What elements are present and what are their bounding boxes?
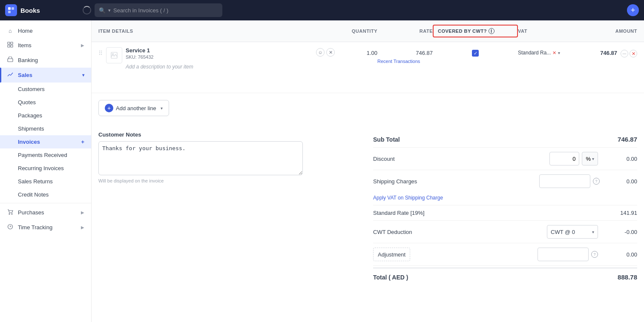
vat-dropdown-icon[interactable]: ▾ (558, 51, 560, 55)
sidebar-item-label: Banking (18, 57, 38, 63)
svg-rect-2 (8, 11, 11, 13)
credit-notes-label: Credit Notes (18, 191, 49, 198)
search-dropdown-arrow[interactable]: ▾ (108, 8, 111, 13)
sub-total-row: Sub Total 746.87 (373, 131, 637, 148)
sidebar-item-purchases[interactable]: Purchases ▶ (0, 205, 91, 220)
discount-type-button[interactable]: % ▾ (582, 152, 598, 165)
svg-rect-3 (8, 42, 10, 44)
customers-label: Customers (18, 86, 45, 92)
notes-hint: Will be displayed on the invoice (98, 178, 373, 183)
svg-point-8 (9, 214, 10, 214)
sidebar-sub-packages[interactable]: Packages (0, 109, 91, 122)
purchases-label: Purchases (18, 209, 44, 216)
adjustment-input[interactable] (538, 248, 589, 261)
quantity-value: 1.00 (367, 50, 377, 56)
item-row-actions: ☺ ✕ (316, 48, 335, 57)
adj-question-mark: ? (593, 252, 595, 256)
sidebar-sub-credit-notes[interactable]: Credit Notes (0, 188, 91, 201)
adjustment-label-area: Adjustment (373, 248, 532, 261)
discount-input[interactable] (549, 152, 579, 165)
adjustment-label-button[interactable]: Adjustment (373, 248, 410, 261)
th-item-details: ITEM DETAILS (98, 28, 335, 34)
sidebar-sub-shipments[interactable]: Shipments (0, 122, 91, 135)
item-close-button[interactable]: ✕ (326, 48, 335, 57)
drag-handle-icon[interactable]: ⠿ (98, 50, 103, 57)
amount-dots-button[interactable]: ··· (621, 50, 628, 57)
item-details-cell: ⠿ Service 1 SKU: 765432 Add a descriptio… (98, 47, 335, 70)
invoices-add-badge[interactable]: + (81, 139, 84, 145)
sidebar-item-home[interactable]: ⌂ Home (0, 24, 91, 38)
sidebar-sub-invoices[interactable]: Invoices + (0, 135, 91, 148)
loader-icon (83, 6, 91, 14)
content-area: ITEM DETAILS QUANTITY RATE COVERED BY CW… (92, 20, 644, 322)
cwt-deduction-value: -0.00 (603, 229, 637, 235)
sidebar-item-label: Home (18, 28, 33, 34)
svg-point-9 (12, 214, 12, 214)
info-letter: i (491, 28, 492, 34)
item-smile-button[interactable]: ☺ (316, 48, 325, 57)
adjustment-value: 0.00 (603, 251, 637, 258)
vat-label: Standard Ra... (518, 50, 551, 56)
recent-transactions-link[interactable]: Recent Transactions (377, 59, 433, 64)
sidebar-sub-payments-received[interactable]: Payments Received (0, 148, 91, 162)
customer-notes-label: Customer Notes (98, 131, 373, 138)
apply-vat-link[interactable]: Apply VAT on Shipping Charge (373, 195, 443, 201)
discount-row: Discount % ▾ 0.00 (373, 148, 637, 170)
sales-arrow-icon: ▾ (82, 73, 84, 77)
item-description-placeholder[interactable]: Add a description to your item (126, 64, 313, 70)
table-header-row: ITEM DETAILS QUANTITY RATE COVERED BY CW… (92, 20, 644, 42)
items-arrow-icon: ▶ (81, 43, 84, 48)
svg-rect-0 (8, 7, 11, 10)
payments-received-label: Payments Received (18, 152, 67, 158)
adjustment-info-icon[interactable]: ? (591, 251, 598, 258)
add-another-line-button[interactable]: + Add another line ▾ (98, 100, 169, 116)
th-amount: AMOUNT (586, 28, 637, 34)
svg-rect-5 (8, 45, 10, 47)
adjustment-row: Adjustment ? 0.00 (373, 243, 637, 266)
customer-notes-input[interactable]: Thanks for your business. (98, 141, 303, 175)
shipping-input-group: ? (539, 174, 600, 188)
recent-transactions-link-area: Recent Transactions (377, 59, 433, 64)
home-icon: ⌂ (7, 28, 14, 34)
cwt-info-icon[interactable]: i (489, 28, 494, 34)
discount-label: Discount (373, 156, 544, 162)
amount-actions: ··· ✕ (621, 50, 637, 57)
rate-value: 746.87 (377, 50, 433, 56)
total-value: 888.78 (603, 274, 637, 281)
table-data-row: ⠿ Service 1 SKU: 765432 Add a descriptio… (92, 42, 644, 93)
amount-remove-button[interactable]: ✕ (630, 50, 637, 57)
invoices-label: Invoices (18, 139, 40, 145)
sidebar-sub-quotes[interactable]: Quotes (0, 96, 91, 109)
th-vat: VAT (518, 28, 586, 34)
invoice-table: ITEM DETAILS QUANTITY RATE COVERED BY CW… (92, 20, 644, 93)
sidebar-sub-sales-returns[interactable]: Sales Returns (0, 175, 91, 188)
time-tracking-arrow-icon: ▶ (81, 225, 84, 230)
cwt-header-label: COVERED BY CWT? (438, 28, 487, 34)
main-layout: ⌂ Home Items ▶ Banking Sales ▾ Customers (0, 20, 644, 322)
discount-type-arrow: ▾ (592, 157, 594, 161)
cwt-checkbox-cell: ✓ (433, 47, 518, 57)
app-name: Books (20, 7, 40, 14)
add-new-button[interactable]: + (627, 4, 639, 16)
cwt-checkbox[interactable]: ✓ (472, 50, 479, 57)
banking-icon (7, 57, 14, 64)
vat-remove-icon[interactable]: ✕ (552, 50, 556, 56)
shipments-label: Shipments (18, 125, 44, 132)
search-box[interactable]: 🔍 ▾ (95, 3, 222, 17)
sidebar-sub-customers[interactable]: Customers (0, 83, 91, 96)
svg-point-12 (112, 54, 114, 55)
search-input[interactable] (113, 7, 207, 14)
cwt-select[interactable]: CWT @ 0 ▾ (547, 225, 598, 239)
sidebar-item-time-tracking[interactable]: Time Tracking ▶ (0, 220, 91, 235)
sidebar-divider (0, 203, 91, 203)
sidebar-sub-recurring-invoices[interactable]: Recurring Invoices (0, 162, 91, 175)
sidebar-item-items[interactable]: Items ▶ (0, 38, 91, 53)
add-line-dropdown-icon[interactable]: ▾ (161, 106, 163, 111)
shipping-charges-input[interactable] (539, 174, 590, 188)
sidebar-item-sales[interactable]: Sales ▾ (0, 68, 91, 83)
svg-rect-1 (12, 7, 14, 10)
item-sku: SKU: 765432 (126, 54, 313, 60)
sidebar-item-banking[interactable]: Banking (0, 53, 91, 68)
purchases-icon (7, 209, 14, 216)
shipping-info-icon[interactable]: ? (593, 178, 600, 185)
